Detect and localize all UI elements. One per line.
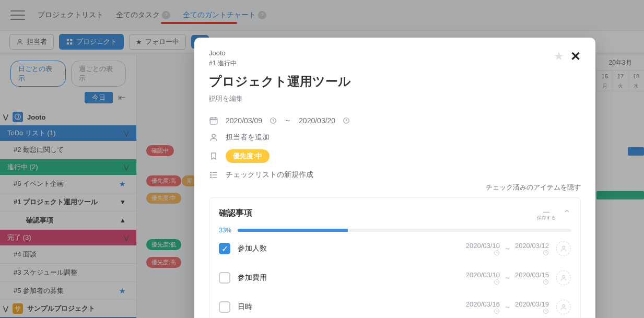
- progress-bar: [238, 229, 571, 232]
- clock-icon: [494, 308, 500, 314]
- svg-rect-20: [212, 177, 217, 178]
- clock-icon: [543, 250, 549, 256]
- date-end: 2020/03/20: [299, 116, 335, 125]
- chevron-up-icon[interactable]: ⌃: [563, 208, 571, 219]
- checkbox[interactable]: [219, 301, 230, 313]
- clock-icon: [343, 117, 350, 124]
- hide-done-button[interactable]: チェック済みのアイテムを隠す: [209, 183, 581, 192]
- checklist-item-label: 参加費用: [238, 273, 459, 282]
- clock-icon: [543, 279, 549, 285]
- checklist-item-label: 参加人数: [238, 244, 459, 253]
- modal-status: #1 進行中: [209, 59, 237, 68]
- edit-description-button[interactable]: 説明を編集: [209, 94, 581, 103]
- new-checklist-label: チェックリストの新規作成: [226, 170, 313, 180]
- svg-point-14: [212, 134, 215, 137]
- checklist-icon: [209, 171, 218, 179]
- clock-icon: [494, 250, 500, 256]
- svg-point-26: [563, 275, 565, 278]
- meta-new-checklist[interactable]: チェックリストの新規作成: [209, 170, 581, 180]
- svg-point-29: [563, 304, 565, 307]
- meta-dates[interactable]: 2020/03/09 ～ 2020/03/20: [209, 116, 581, 125]
- svg-rect-18: [212, 174, 217, 175]
- clock-icon: [543, 308, 549, 314]
- svg-rect-11: [210, 118, 217, 124]
- assignee-placeholder-icon[interactable]: [556, 300, 571, 314]
- close-icon[interactable]: ✕: [570, 49, 581, 64]
- priority-badge: 優先度:中: [226, 149, 270, 163]
- svg-rect-19: [210, 176, 212, 178]
- save-button[interactable]: 保存する: [537, 205, 556, 221]
- meta-priority[interactable]: 優先度:中: [209, 149, 581, 163]
- checklist-item-dates[interactable]: 2020/03/10～2020/03/15: [466, 271, 549, 285]
- progress-percent: 33%: [219, 227, 231, 234]
- clock-icon: [494, 279, 500, 285]
- clock-icon: [270, 117, 277, 124]
- assignee-placeholder-icon[interactable]: [556, 241, 571, 256]
- modal-overlay[interactable]: Jooto #1 進行中 ★ ✕ プロジェクト運用ツール 説明を編集 2020/…: [0, 0, 644, 318]
- checkbox[interactable]: ✓: [219, 243, 230, 254]
- modal-title: プロジェクト運用ツール: [209, 73, 581, 90]
- calendar-icon: [209, 116, 218, 125]
- add-assignee-label: 担当者を追加: [226, 133, 270, 142]
- save-label: 保存する: [537, 215, 556, 221]
- date-start: 2020/03/09: [226, 116, 262, 125]
- meta-assignee[interactable]: 担当者を追加: [209, 133, 581, 142]
- checklist-item-label: 日時: [238, 302, 459, 312]
- checklist: 確認事項 保存する ⌃ 33% ✓参加人数2020/03/10～2020/03/…: [209, 197, 581, 318]
- checklist-item[interactable]: ✓参加人数2020/03/10～2020/03/12: [219, 234, 571, 263]
- date-sep: ～: [284, 116, 291, 125]
- task-modal: Jooto #1 進行中 ★ ✕ プロジェクト運用ツール 説明を編集 2020/…: [194, 38, 595, 318]
- bookmark-icon: [209, 151, 218, 161]
- checklist-item-dates[interactable]: 2020/03/16～2020/03/19: [466, 300, 549, 314]
- assignee-placeholder-icon[interactable]: [556, 270, 571, 285]
- svg-rect-16: [212, 172, 217, 173]
- modal-breadcrumb[interactable]: Jooto: [209, 49, 237, 57]
- checklist-title: 確認事項: [219, 208, 252, 219]
- checklist-item-dates[interactable]: 2020/03/10～2020/03/12: [466, 242, 549, 256]
- svg-point-23: [563, 246, 565, 249]
- checklist-item[interactable]: 参加費用2020/03/10～2020/03/15: [219, 263, 571, 292]
- person-icon: [209, 133, 218, 142]
- svg-rect-17: [210, 174, 212, 176]
- download-icon: [541, 205, 552, 215]
- svg-rect-15: [210, 172, 212, 173]
- checkbox[interactable]: [219, 272, 230, 284]
- checklist-item[interactable]: 日時2020/03/16～2020/03/19: [219, 292, 571, 318]
- favorite-star-icon[interactable]: ★: [554, 50, 564, 63]
